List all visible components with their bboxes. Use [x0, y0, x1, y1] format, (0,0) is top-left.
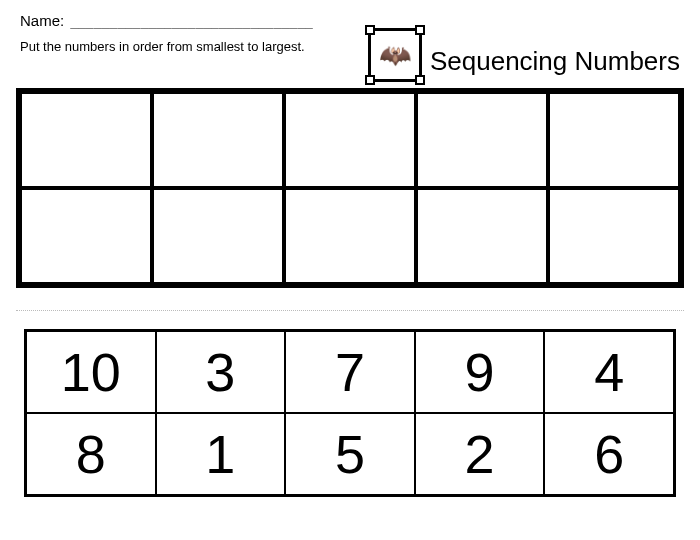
name-row: Name: _______________________________: [20, 12, 680, 29]
name-label: Name:: [20, 12, 64, 29]
number-tile[interactable]: 1: [156, 413, 286, 495]
number-tile[interactable]: 6: [544, 413, 674, 495]
bat-icon-frame: 🦇: [368, 28, 422, 82]
answer-cell[interactable]: [152, 92, 284, 188]
answer-cell[interactable]: [284, 92, 416, 188]
worksheet-header: Name: _______________________________ Pu…: [0, 0, 700, 88]
number-tile[interactable]: 3: [156, 331, 286, 413]
number-tile[interactable]: 4: [544, 331, 674, 413]
answer-cell[interactable]: [20, 188, 152, 284]
cut-line-divider: [16, 310, 684, 311]
number-tile[interactable]: 10: [26, 331, 156, 413]
answer-cell[interactable]: [20, 92, 152, 188]
bat-icon: 🦇: [379, 42, 411, 68]
answer-cell[interactable]: [152, 188, 284, 284]
answer-cell[interactable]: [416, 92, 548, 188]
number-tile[interactable]: 7: [285, 331, 415, 413]
worksheet-title: Sequencing Numbers: [430, 46, 680, 77]
answer-cell[interactable]: [548, 92, 680, 188]
name-input-line[interactable]: _______________________________: [70, 14, 313, 29]
answer-cell[interactable]: [548, 188, 680, 284]
answer-cell[interactable]: [284, 188, 416, 284]
answer-grid: [16, 88, 684, 288]
answer-cell[interactable]: [416, 188, 548, 284]
number-tile[interactable]: 5: [285, 413, 415, 495]
number-tile[interactable]: 9: [415, 331, 545, 413]
title-block: 🦇 Sequencing Numbers: [368, 34, 680, 88]
number-bank-grid: 10 3 7 9 4 8 1 5 2 6: [24, 329, 676, 497]
number-tile[interactable]: 8: [26, 413, 156, 495]
number-tile[interactable]: 2: [415, 413, 545, 495]
